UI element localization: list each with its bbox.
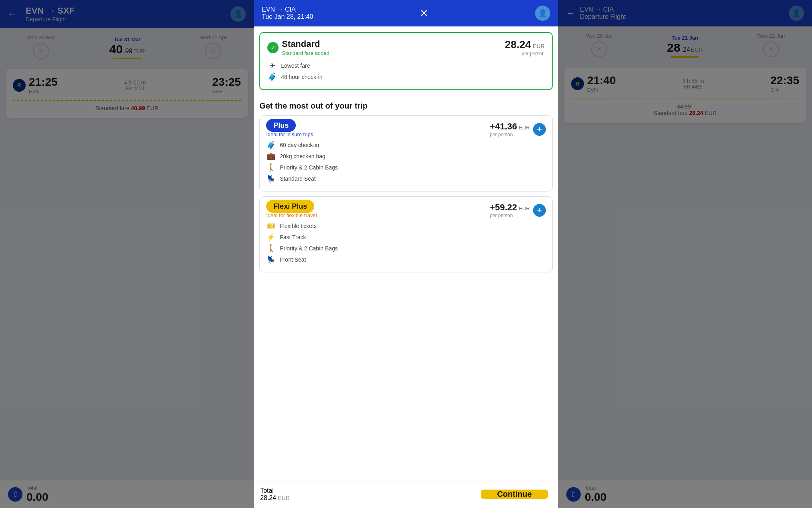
center-total-label: Total (260, 487, 473, 494)
standard-price: 28.24 EUR per person (505, 38, 545, 56)
fast-track-icon: ⚡ (266, 233, 276, 242)
flexi-priority-icon: 🚶 (266, 244, 276, 253)
plus-feature-1-text: 60 day check-in (280, 142, 319, 148)
flexi-subtitle: Ideal for flexible travel (266, 212, 317, 218)
seat-icon: 💺 (266, 174, 276, 183)
center-bottom-bar: Total 28.24 EUR Continue (254, 480, 558, 508)
standard-check-icon: ✓ (267, 42, 279, 53)
flexi-add-button[interactable]: + (533, 204, 546, 217)
flexi-currency: EUR (519, 206, 529, 212)
checkin-days-icon: 🧳 (266, 141, 276, 149)
standard-card: ✓ Standard Standard fare added 28.24 EUR… (259, 32, 553, 90)
standard-feature-2: 🧳 48 hour check-in (267, 73, 545, 81)
continue-button[interactable]: Continue (481, 490, 548, 499)
plus-feature-4: 💺 Standard Seat (266, 174, 546, 183)
plus-tier-header: Plus Ideal for leisure trips +41.36 EUR … (266, 121, 546, 137)
center-scroll-area[interactable]: ✓ Standard Standard fare added 28.24 EUR… (254, 26, 558, 508)
flexi-tier-card: Flexi Plus Ideal for flexible travel +59… (259, 196, 553, 272)
center-total-section: Total 28.24 EUR (260, 487, 473, 502)
plus-feature-1: 🧳 60 day check-in (266, 141, 546, 149)
right-panel: ← EVN → CIA Departure Flight 👤 Mon 20 Ja… (558, 0, 812, 508)
priority-icon: 🚶 (266, 163, 276, 172)
standard-per-person: per person (505, 51, 545, 56)
plus-feature-3-text: Priority & 2 Cabin Bags (280, 164, 338, 171)
plus-add-button[interactable]: + (533, 123, 546, 136)
plus-feature-3: 🚶 Priority & 2 Cabin Bags (266, 163, 546, 172)
plus-price-amt: +41.36 (490, 121, 517, 131)
center-avatar[interactable]: 👤 (535, 6, 550, 21)
center-total-amount: 28.24 (260, 494, 276, 502)
standard-name: Standard (282, 39, 329, 49)
flexible-ticket-icon: 🎫 (266, 222, 276, 230)
center-arrow-icon: → (277, 6, 283, 13)
flexi-features: 🎫 Flexible tickets ⚡ Fast Track 🚶 Priori… (266, 222, 546, 264)
center-route: EVN → CIA Tue Jan 28, 21:40 (262, 6, 313, 20)
standard-added-text: Standard fare added (282, 50, 329, 56)
upsell-title: Get the most out of your trip (259, 101, 553, 111)
flexi-feature-1-text: Flexible tickets (280, 223, 317, 229)
plus-feature-2-text: 20kg check-in bag (280, 153, 325, 159)
plus-feature-2: 💼 20kg check-in bag (266, 152, 546, 161)
plus-tier-card: Plus Ideal for leisure trips +41.36 EUR … (259, 115, 553, 192)
center-header: EVN → CIA Tue Jan 28, 21:40 ✕ 👤 (254, 0, 558, 26)
plane-icon: ✈ (267, 61, 277, 70)
standard-feature-1-text: Lowest fare (281, 62, 310, 69)
flexi-feature-2-text: Fast Track (280, 234, 306, 240)
plus-feature-4-text: Standard Seat (280, 175, 316, 182)
standard-currency: EUR (533, 43, 545, 49)
standard-title: ✓ Standard Standard fare added (267, 39, 329, 56)
plus-currency: EUR (519, 125, 529, 131)
left-overlay (0, 0, 254, 508)
center-from: EVN (262, 6, 275, 13)
center-total-currency: EUR (278, 495, 290, 501)
plus-subtitle: Ideal for leisure trips (266, 131, 313, 137)
flexi-feature-3-text: Priority & 2 Cabin Bags (280, 245, 338, 252)
flexi-feature-3: 🚶 Priority & 2 Cabin Bags (266, 244, 546, 253)
center-subtitle: Tue Jan 28, 21:40 (262, 13, 313, 20)
center-route-line: EVN → CIA (262, 6, 313, 13)
flexi-feature-4-text: Front Seat (280, 256, 306, 263)
center-to: CIA (285, 6, 296, 13)
standard-header: ✓ Standard Standard fare added 28.24 EUR… (267, 38, 545, 56)
flexi-price-amt: +59.22 (490, 202, 517, 212)
plus-price: +41.36 EUR per person + (490, 121, 546, 137)
flexi-per-person: per person (490, 213, 530, 218)
left-panel: ← EVN → SXF Departure Flight 👤 Mon 30 Ma… (0, 0, 254, 508)
plus-badge: Plus (266, 119, 296, 132)
standard-feature-2-text: 48 hour check-in (281, 74, 323, 80)
flexi-feature-2: ⚡ Fast Track (266, 233, 546, 242)
bag-icon: 💼 (266, 152, 276, 161)
center-panel: EVN → CIA Tue Jan 28, 21:40 ✕ 👤 ✓ Standa… (254, 0, 558, 508)
flexi-feature-4: 💺 Front Seat (266, 255, 546, 264)
flexi-tier-header: Flexi Plus Ideal for flexible travel +59… (266, 202, 546, 218)
right-overlay (558, 0, 812, 508)
flexi-price: +59.22 EUR per person + (490, 202, 546, 218)
center-close-button[interactable]: ✕ (420, 7, 428, 20)
front-seat-icon: 💺 (266, 255, 276, 264)
plus-per-person: per person (490, 132, 530, 137)
standard-feature-1: ✈ Lowest fare (267, 61, 545, 70)
checkin-icon: 🧳 (267, 73, 277, 81)
flexi-badge: Flexi Plus (266, 200, 314, 213)
plus-features: 🧳 60 day check-in 💼 20kg check-in bag 🚶 … (266, 141, 546, 183)
flexi-feature-1: 🎫 Flexible tickets (266, 222, 546, 230)
upsell-section: Get the most out of your trip Plus Ideal… (254, 96, 558, 272)
standard-price-num: 28.24 (505, 38, 531, 50)
standard-features: ✈ Lowest fare 🧳 48 hour check-in (267, 61, 545, 81)
